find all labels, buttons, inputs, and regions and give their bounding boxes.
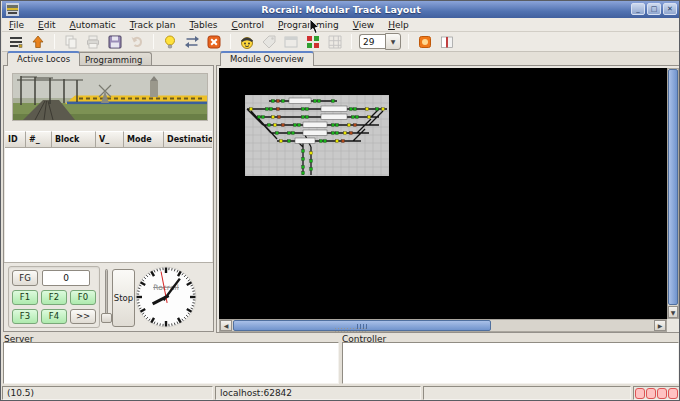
toolbar-separator bbox=[408, 34, 409, 49]
col-destination[interactable]: Destination bbox=[164, 131, 212, 148]
menu-item-edit[interactable]: Edit bbox=[31, 19, 62, 31]
undo-icon[interactable] bbox=[126, 33, 147, 51]
save-icon[interactable] bbox=[104, 33, 125, 51]
menu-item-automatic[interactable]: Automatic bbox=[63, 19, 123, 31]
tab-module-overview[interactable]: Module Overview bbox=[220, 51, 314, 66]
grid-icon[interactable] bbox=[324, 33, 345, 51]
led-indicator bbox=[657, 388, 667, 399]
power-lamp-icon[interactable] bbox=[159, 33, 180, 51]
vertical-scrollbar-thumb[interactable] bbox=[668, 69, 678, 305]
f0-button[interactable]: F0 bbox=[70, 290, 96, 305]
emergency-stop-icon[interactable] bbox=[203, 33, 224, 51]
status-bar: (10.5) localhost:62842 bbox=[2, 385, 680, 401]
col-number[interactable]: #_ bbox=[26, 131, 52, 148]
toolbar-separator bbox=[153, 34, 154, 49]
menu-item-view[interactable]: View bbox=[346, 19, 381, 31]
f3-button[interactable]: F3 bbox=[12, 309, 38, 324]
analog-clock: Rocrail bbox=[134, 265, 198, 329]
chevron-down-icon[interactable]: ▼ bbox=[385, 33, 401, 50]
close-button[interactable]: ✕ bbox=[663, 3, 677, 15]
toolbar-separator bbox=[54, 34, 55, 49]
book-icon[interactable] bbox=[436, 33, 457, 51]
active-locos-panel: ID #_ Block V_ Mode Destination FG 0 F1 … bbox=[3, 65, 214, 332]
scroll-right-icon[interactable]: ▶ bbox=[654, 320, 666, 331]
loco-table-header: ID #_ Block V_ Mode Destination bbox=[5, 131, 212, 148]
scroll-left-icon[interactable]: ◀ bbox=[220, 320, 232, 331]
menu-item-help[interactable]: Help bbox=[381, 19, 416, 31]
col-speed[interactable]: V_ bbox=[96, 131, 124, 148]
throttle-panel: FG 0 F1 F2 F0 F3 F4 >> Stop Rocrail bbox=[4, 262, 213, 331]
led-indicator bbox=[635, 388, 645, 399]
col-id[interactable]: ID bbox=[5, 131, 26, 148]
menu-item-tables[interactable]: Tables bbox=[183, 19, 225, 31]
more-functions-button[interactable]: >> bbox=[70, 309, 96, 324]
menu-item-file[interactable]: File bbox=[2, 19, 31, 31]
loco-table-body[interactable] bbox=[5, 148, 212, 262]
led-indicator bbox=[668, 388, 678, 399]
menu-bar: FileEditAutomaticTrack planTablesControl… bbox=[2, 18, 680, 32]
led-indicator bbox=[646, 388, 656, 399]
tab-active-locos[interactable]: Active Locos bbox=[7, 51, 80, 66]
track-plan[interactable] bbox=[245, 95, 389, 176]
status-leds bbox=[633, 386, 680, 400]
menu-item-control[interactable]: Control bbox=[225, 19, 272, 31]
trackplan-properties-icon[interactable] bbox=[5, 33, 26, 51]
loco-photo bbox=[12, 73, 208, 121]
stop-button[interactable]: Stop bbox=[112, 269, 135, 327]
power-icon[interactable] bbox=[414, 33, 435, 51]
status-message bbox=[423, 386, 631, 400]
track-layout-canvas[interactable] bbox=[219, 68, 667, 319]
server-log[interactable] bbox=[3, 342, 339, 384]
f2-button[interactable]: F2 bbox=[41, 290, 67, 305]
mouse-cursor bbox=[309, 18, 321, 36]
col-block[interactable]: Block bbox=[52, 131, 96, 148]
speed-slider-handle[interactable] bbox=[101, 313, 112, 323]
print-icon[interactable] bbox=[82, 33, 103, 51]
window-title: Rocrail: Modular Track Layout bbox=[2, 4, 680, 15]
rocrail-app-icon bbox=[6, 3, 19, 16]
fg-button[interactable]: FG bbox=[12, 270, 38, 286]
scroll-down-icon[interactable]: ▼ bbox=[668, 306, 678, 318]
title-bar[interactable]: Rocrail: Modular Track Layout _ □ ✕ bbox=[2, 1, 680, 18]
controller-log[interactable] bbox=[342, 342, 679, 384]
zoom-input[interactable] bbox=[359, 34, 385, 49]
copy-icon[interactable] bbox=[60, 33, 81, 51]
col-mode[interactable]: Mode bbox=[124, 131, 164, 148]
maximize-button[interactable]: □ bbox=[647, 3, 661, 15]
tag-icon[interactable] bbox=[258, 33, 279, 51]
vertical-scrollbar[interactable]: ▼ bbox=[667, 68, 679, 319]
status-host: localhost:62842 bbox=[215, 386, 421, 400]
status-version: (10.5) bbox=[2, 386, 213, 400]
module-overview-panel: ▼ ◀ ▶ bbox=[216, 65, 680, 333]
initialize-arrow-icon[interactable] bbox=[27, 33, 48, 51]
auto-mode-icon[interactable] bbox=[181, 33, 202, 51]
f4-button[interactable]: F4 bbox=[41, 309, 67, 324]
toolbar: ▼ bbox=[2, 32, 680, 52]
zoom-combo: ▼ bbox=[359, 33, 401, 50]
speed-field[interactable]: 0 bbox=[42, 270, 90, 286]
f1-button[interactable]: F1 bbox=[12, 290, 38, 305]
rocrail-window: Rocrail: Modular Track Layout _ □ ✕ File… bbox=[0, 0, 680, 401]
minimize-button[interactable]: _ bbox=[631, 3, 645, 15]
toolbar-separator bbox=[230, 34, 231, 49]
properties-window-icon[interactable] bbox=[280, 33, 301, 51]
toolbar-separator bbox=[351, 34, 352, 49]
menu-item-track-plan[interactable]: Track plan bbox=[123, 19, 183, 31]
operator-icon[interactable] bbox=[236, 33, 257, 51]
horizontal-scrollbar[interactable]: ◀ ▶ bbox=[219, 319, 667, 332]
splitter-grip[interactable] bbox=[334, 327, 366, 332]
